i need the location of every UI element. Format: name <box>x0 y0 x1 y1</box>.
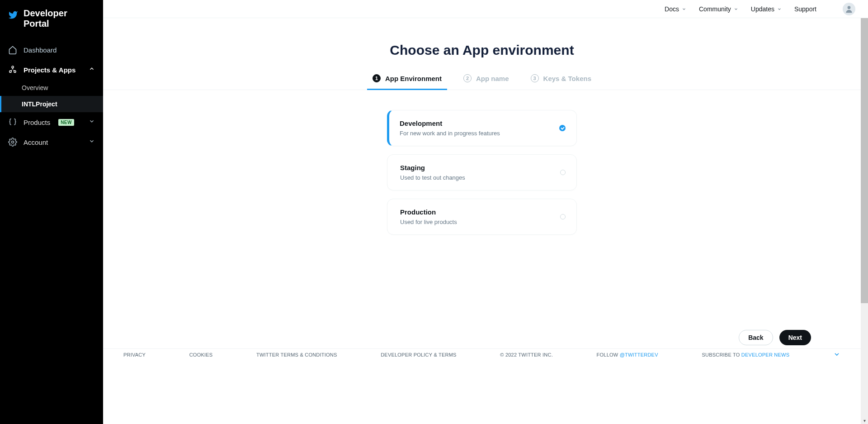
footer-subscribe: SUBSCRIBE TO DEVELOPER NEWS <box>702 352 789 357</box>
chevron-down-icon <box>682 7 686 11</box>
scroll-thumb[interactable] <box>861 18 868 303</box>
step-number: 1 <box>373 74 381 82</box>
env-desc: Used to test out changes <box>400 174 465 181</box>
footer-subscribe-prefix: SUBSCRIBE TO <box>702 352 741 357</box>
new-badge: NEW <box>58 119 74 126</box>
portal-title: Developer Portal <box>24 8 67 29</box>
sidebar-sub-project[interactable]: INTLProject <box>0 96 103 112</box>
nav-updates[interactable]: Updates <box>751 5 782 13</box>
twitter-logo-icon <box>8 8 18 22</box>
sidebar: Developer Portal Dashboard Projects & Ap… <box>0 0 103 424</box>
footer-subscribe-link[interactable]: DEVELOPER NEWS <box>741 352 789 357</box>
gear-icon <box>8 138 17 147</box>
radio-unselected-icon <box>560 170 566 175</box>
step-label: Keys & Tokens <box>543 75 591 82</box>
back-button[interactable]: Back <box>739 330 773 345</box>
footer-copyright: © 2022 TWITTER INC. <box>500 352 553 357</box>
svg-point-3 <box>12 141 14 143</box>
sidebar-item-dashboard[interactable]: Dashboard <box>0 40 103 60</box>
top-navigation: Docs Community Updates Support <box>103 0 868 18</box>
sidebar-header: Developer Portal <box>0 0 103 40</box>
footer-terms[interactable]: TWITTER TERMS & CONDITIONS <box>256 352 337 357</box>
env-card-staging[interactable]: Staging Used to test out changes <box>387 154 577 191</box>
chevron-up-icon <box>89 66 95 74</box>
footer-follow-prefix: FOLLOW <box>597 352 620 357</box>
step-number: 2 <box>463 74 472 82</box>
env-card-text: Staging Used to test out changes <box>400 164 465 181</box>
scroll-down-icon[interactable]: ▾ <box>861 417 868 424</box>
chevron-down-icon <box>89 138 95 146</box>
braces-icon <box>8 118 17 127</box>
footer-privacy[interactable]: PRIVACY <box>123 352 146 357</box>
stepper: 1 App Environment 2 App name 3 Keys & To… <box>103 74 861 90</box>
chevron-down-icon <box>89 118 95 126</box>
env-card-production[interactable]: Production Used for live products <box>387 199 577 235</box>
step-label: App name <box>476 75 509 82</box>
chevron-down-icon <box>777 7 782 11</box>
next-button[interactable]: Next <box>779 330 811 345</box>
env-card-text: Development For new work and in progress… <box>400 119 500 137</box>
env-card-text: Production Used for live products <box>400 208 457 225</box>
sidebar-item-account[interactable]: Account <box>0 132 103 152</box>
user-avatar[interactable] <box>843 3 855 15</box>
footer-follow: FOLLOW @TWITTERDEV <box>597 352 658 357</box>
nav-community[interactable]: Community <box>699 5 738 13</box>
environment-cards: Development For new work and in progress… <box>387 110 577 235</box>
env-title: Staging <box>400 164 465 172</box>
footer: PRIVACY COOKIES TWITTER TERMS & CONDITIO… <box>103 343 861 366</box>
sidebar-item-label: Account <box>24 138 48 146</box>
footer-cookies[interactable]: COOKIES <box>189 352 213 357</box>
svg-point-4 <box>848 6 851 9</box>
step-app-name[interactable]: 2 App name <box>463 74 509 90</box>
sidebar-item-label: Projects & Apps <box>24 66 75 74</box>
step-app-environment[interactable]: 1 App Environment <box>373 74 442 90</box>
home-icon <box>8 45 17 54</box>
radio-selected-icon <box>559 125 566 131</box>
nav-label: Docs <box>665 5 679 13</box>
page-title: Choose an App environment <box>103 43 861 58</box>
radio-unselected-icon <box>560 214 566 219</box>
env-desc: Used for live products <box>400 219 457 225</box>
nav-label: Updates <box>751 5 774 13</box>
step-number: 3 <box>531 74 539 82</box>
env-title: Development <box>400 119 500 127</box>
sidebar-item-products[interactable]: Products NEW <box>0 112 103 132</box>
sidebar-item-label: Products <box>24 119 50 126</box>
env-desc: For new work and in progress features <box>400 130 500 137</box>
sidebar-sub-overview[interactable]: Overview <box>0 80 103 96</box>
sidebar-item-projects-apps[interactable]: Projects & Apps <box>0 60 103 80</box>
env-card-development[interactable]: Development For new work and in progress… <box>387 110 577 146</box>
wizard-actions: Back Next <box>103 330 861 345</box>
step-label: App Environment <box>385 75 442 82</box>
apps-icon <box>8 65 17 74</box>
footer-dev-policy[interactable]: DEVELOPER POLICY & TERMS <box>381 352 456 357</box>
step-keys-tokens[interactable]: 3 Keys & Tokens <box>531 74 591 90</box>
nav-label: Support <box>794 5 816 13</box>
chevron-down-icon[interactable] <box>833 351 840 359</box>
env-title: Production <box>400 208 457 216</box>
sidebar-item-label: Dashboard <box>24 46 57 54</box>
nav-docs[interactable]: Docs <box>665 5 686 13</box>
svg-point-0 <box>12 66 14 68</box>
nav-label: Community <box>699 5 731 13</box>
footer-follow-handle[interactable]: @TWITTERDEV <box>620 352 658 357</box>
chevron-down-icon <box>734 7 738 11</box>
nav-support[interactable]: Support <box>794 5 816 13</box>
vertical-scrollbar[interactable]: ▴ ▾ <box>861 18 868 424</box>
